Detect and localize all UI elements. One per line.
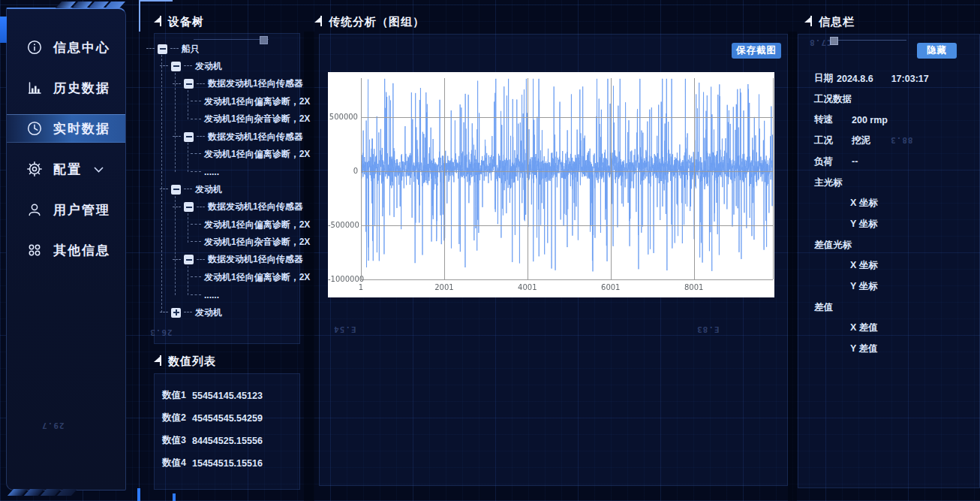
tree-connector [175,73,176,172]
info-label: X 坐标 [850,259,878,272]
tree-node[interactable]: 船只 [146,42,200,56]
info-label: 转速 [814,113,852,126]
collapse-icon[interactable] [184,132,194,142]
info-row: 转速200 rmp [814,113,964,126]
tree-connector [170,48,179,50]
sidebar-item-label: 配置 [53,161,82,178]
collapse-icon[interactable] [158,44,167,54]
sidebar-item-label: 历史数据 [53,80,110,97]
sidebar-item-info-center[interactable]: 信息中心 [7,33,125,62]
tree-connector [197,207,205,208]
tree-node[interactable]: 数据发动机1径向传感器 [173,77,303,91]
tree-node-label: 船只 [182,43,200,56]
corner-bracket-side [139,0,140,32]
value-row: 数值384454525.15556 [162,434,263,447]
collapse-icon[interactable] [171,185,181,195]
tree-connector [173,83,181,85]
tree-node-label: 发动机1径向偏离诊断，2X [204,219,310,231]
info-row: Y 坐标 [850,218,878,231]
collapse-icon[interactable] [184,255,194,264]
info-time: 17:03:17 [891,74,929,84]
tree-connector [191,119,201,120]
collapse-icon[interactable] [184,202,194,212]
bottom-accent-bar-2 [173,493,176,501]
device-tree-title-text: 设备树 [168,15,204,29]
tree-node[interactable]: ...... [191,288,219,302]
sidebar-item-history-data[interactable]: 历史数据 [7,74,125,102]
tree-connector [191,276,201,278]
main-left-divider [139,0,140,501]
info-row: 差值光标 [814,239,852,252]
sidebar-item-config[interactable]: 配置 [7,155,125,183]
collapse-icon[interactable] [184,79,194,89]
sidebar-item-user-management[interactable]: 用户管理 [7,195,125,224]
tree-node[interactable]: 发动机 [160,183,222,196]
user-icon [26,201,43,218]
tree-node-label: 发动机1径向偏离诊断，2X [204,95,310,108]
column-divider-2 [788,32,797,501]
value-label: 数值2 [162,412,192,424]
tree-node-label: 发动机 [195,60,222,73]
sidebar-item-realtime-data[interactable]: 实时数据 [7,114,125,143]
info-label: Y 坐标 [850,218,878,231]
tree-connector [184,65,192,67]
tree-node-label: 发动机1径向杂音诊断，2X [204,236,310,249]
waveform-chart[interactable]: 5000000-500000-100000012001400160018001 [328,72,774,297]
info-panel-title-text: 信息栏 [819,15,855,29]
info-row: X 坐标 [850,259,878,272]
tree-node[interactable]: 发动机1径向偏离诊断，2X [191,218,310,231]
tree-node-label: 数据发动机1径向传感器 [208,131,303,143]
value-number: 55454145.45123 [192,391,263,401]
value-number: 45454545.54259 [192,413,263,424]
x-tick-label: 2001 [429,283,459,291]
collapse-icon[interactable] [171,62,181,71]
flag-icon [803,15,813,29]
save-screenshot-button[interactable]: 保存截图 [732,43,781,59]
flag-icon [152,15,163,29]
tree-node[interactable]: 数据发动机1径向传感器 [173,253,303,267]
info-label: 主光标 [814,177,843,189]
tree-connector [188,266,188,295]
tree-connector [173,207,181,208]
gridline-v [611,78,612,279]
info-row: 工况数据 [814,93,852,106]
info-row: 主光标 [814,177,843,189]
tree-node[interactable]: ...... [191,165,219,179]
expand-icon[interactable] [171,308,181,318]
value-list: 数值155454145.45123数值245454545.54259数值3844… [154,373,300,490]
tree-node[interactable]: 数据发动机1径向传感器 [173,130,303,143]
sidebar-item-other-info[interactable]: 其他信息 [7,236,125,264]
tree-node[interactable]: 发动机1径向杂音诊断，2X [191,113,310,126]
info-scrollbar-track[interactable] [834,40,906,41]
tree-connector [173,259,181,261]
info-row: 负荷-- [814,155,964,168]
tree-connector [184,189,192,190]
gridline-v [361,78,362,279]
chevron-down-icon[interactable] [94,162,104,176]
tree-node[interactable]: 数据发动机1径向传感器 [173,201,303,214]
sidebar-item-label: 实时数据 [53,120,110,137]
tree-node[interactable]: 发动机1径向偏离诊断，2X [191,270,310,284]
tree-node[interactable]: 发动机 [160,306,222,319]
gridline-h [361,117,773,118]
value-list-title: 数值列表 [152,355,216,369]
x-tick-label: 4001 [513,283,543,291]
tree-connector [146,48,155,50]
info-value: 200 rmp [852,115,888,125]
tree-node[interactable]: 发动机1径向偏离诊断，2X [191,147,310,161]
y-tick-label: -1000000 [328,275,358,283]
analysis-title: 传统分析（图组） [313,15,425,29]
tree-node[interactable]: 发动机1径向偏离诊断，2X [191,95,310,108]
tree-connector [188,90,188,119]
tree-node[interactable]: 发动机 [160,59,222,73]
gridline-v [444,78,445,279]
gridline-h [361,279,773,280]
sidebar-edge-tab[interactable] [0,17,7,43]
tree-node-label: 发动机1径向偏离诊断，2X [204,148,310,161]
value-label: 数值3 [162,434,192,447]
hide-button[interactable]: 隐藏 [917,43,957,59]
info-label: 工况 [814,134,852,147]
value-list-title-text: 数值列表 [168,355,216,369]
gridline-h [361,171,773,172]
tree-node[interactable]: 发动机1径向杂音诊断，2X [191,235,310,249]
